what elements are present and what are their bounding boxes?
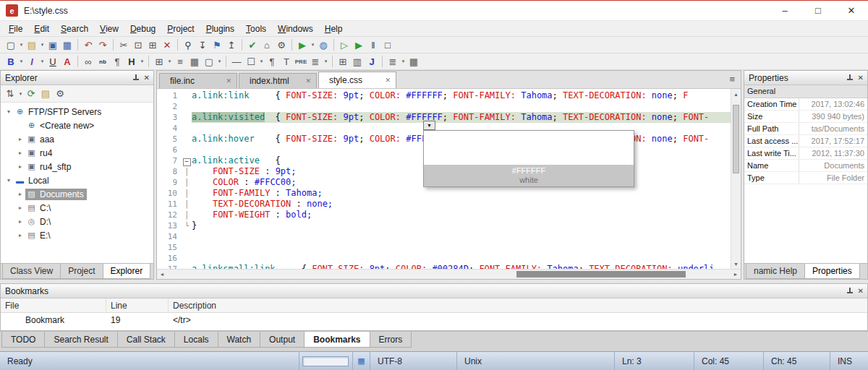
close-icon[interactable]: ✕	[858, 74, 864, 82]
menu-help[interactable]: Help	[319, 22, 349, 35]
editor-horizontal-scrollbar[interactable]: ◄ ►	[157, 269, 741, 279]
debug-start-icon[interactable]: ▷	[337, 38, 352, 52]
font-color-icon[interactable]: A	[60, 54, 75, 69]
tab-explorer[interactable]: Explorer	[103, 264, 151, 279]
italic-icon[interactable]: I	[25, 54, 39, 69]
tab-todo[interactable]: TODO	[1, 332, 45, 348]
vertical-scroll-thumb[interactable]	[733, 105, 739, 173]
tab-close-icon[interactable]: ✕	[385, 77, 391, 84]
code-line[interactable]: 12 FONT-WEIGHT : bold;	[157, 210, 731, 220]
status-encoding[interactable]: UTF-8	[370, 352, 457, 370]
grid-icon[interactable]: ⊞	[336, 54, 350, 69]
vertical-scroll-track[interactable]	[731, 99, 741, 259]
code-line[interactable]: 1a.link:link { FONT-SIZE: 9pt; COLOR: #F…	[157, 90, 731, 101]
find-icon[interactable]: ⚲	[181, 38, 195, 52]
expand-icon[interactable]: ▸	[15, 191, 25, 197]
editor-tab-index-html[interactable]: index.html✕	[239, 73, 317, 88]
tab-errors[interactable]: Errors	[370, 332, 412, 348]
table-borders-icon[interactable]: ▦	[187, 54, 202, 69]
redo-icon[interactable]: ↷	[95, 38, 110, 52]
bookmark-row[interactable]: Bookmark19</tr>	[1, 313, 867, 327]
color-dropdown-button[interactable]: ▼	[423, 121, 435, 130]
scroll-left-icon[interactable]: ◄	[157, 272, 167, 277]
frames-icon[interactable]: ▥	[350, 54, 365, 69]
refresh-icon[interactable]: ⟳	[24, 87, 38, 101]
tree-item-create-new[interactable]: ⊕<Create new>	[1, 119, 153, 132]
run-icon[interactable]: ▶	[295, 38, 310, 52]
tree-item-e[interactable]: ▸▤E:\	[1, 228, 153, 242]
tab-bookmarks[interactable]: Bookmarks	[304, 332, 370, 348]
table-row-icon[interactable]: ≡	[173, 54, 187, 69]
property-row[interactable]: Last write Ti...2012, 11:37:30	[744, 147, 867, 160]
tab-close-icon[interactable]: ✕	[226, 77, 231, 85]
editor-tab-file-inc[interactable]: file.inc✕	[159, 73, 237, 88]
property-row[interactable]: Full Pathtas/Documents	[744, 123, 867, 135]
browser-preview-icon[interactable]: ◍	[316, 38, 331, 52]
scroll-up-icon[interactable]: ▲	[731, 89, 741, 99]
bookmark-toggle-icon[interactable]: ⚑	[210, 38, 224, 52]
column-header-line[interactable]: Line	[106, 298, 169, 312]
cut-icon[interactable]: ✂	[116, 38, 131, 52]
horizontal-rule-icon[interactable]: —	[229, 54, 244, 69]
copy-icon[interactable]: ⊡	[131, 38, 145, 52]
close-button[interactable]: ✕	[835, 1, 868, 20]
property-row[interactable]: NameDocuments	[744, 160, 867, 172]
menu-tools[interactable]: Tools	[240, 22, 272, 35]
debug-run-icon[interactable]: ▶	[352, 38, 366, 52]
stop-icon[interactable]: □	[380, 38, 395, 52]
property-row[interactable]: TypeFile Folder	[744, 172, 867, 184]
code-line[interactable]: 16	[157, 253, 731, 264]
menu-view[interactable]: View	[94, 22, 124, 35]
tree-item-d[interactable]: ▸◎D:\	[1, 215, 153, 228]
tree-item-local[interactable]: ▾▬Local	[1, 173, 153, 187]
list-dropdown-icon[interactable]: ▾	[323, 54, 329, 69]
property-row[interactable]: Creation Time2017, 13:02:46	[744, 98, 867, 111]
editor-tab-style-css[interactable]: style.css✕	[318, 72, 396, 88]
find-next-icon[interactable]: ↧	[195, 38, 210, 52]
expand-icon[interactable]: ▸	[15, 218, 25, 225]
tab-properties[interactable]: Properties	[804, 264, 860, 279]
horizontal-scroll-thumb[interactable]	[516, 271, 686, 278]
bold-dropdown-icon[interactable]: ▾	[18, 54, 25, 69]
open-file-dropdown-icon[interactable]: ▾	[39, 38, 46, 52]
pin-icon[interactable]	[846, 74, 854, 82]
tree-item-documents[interactable]: ▸▨Documents	[1, 187, 153, 201]
italic-dropdown-icon[interactable]: ▾	[39, 54, 46, 69]
scroll-right-icon[interactable]: ►	[731, 272, 741, 277]
text-icon[interactable]: T	[279, 54, 294, 69]
layout-icon[interactable]: ≣	[386, 54, 400, 69]
code-line[interactable]: 3a.link:visited { FONT-SIZE: 9pt; COLOR:…	[157, 112, 731, 123]
tab-close-icon[interactable]: ✕	[305, 77, 311, 85]
expand-icon[interactable]: ▸	[15, 205, 25, 211]
folder-settings-icon[interactable]: ⚙	[53, 87, 67, 101]
status-insert-mode[interactable]: INS	[830, 352, 868, 370]
underline-icon[interactable]: U	[46, 54, 60, 69]
pilcrow-icon[interactable]: ¶	[110, 54, 124, 69]
code-line[interactable]: 17a.linksmall:link { FONT-SIZE: 8pt; COL…	[157, 264, 731, 269]
collapse-icon[interactable]: ▾	[4, 108, 14, 115]
code-line[interactable]: 2	[157, 101, 731, 112]
code-line[interactable]: 10 FONT-FAMILY : Tahoma;	[157, 188, 731, 199]
code-line[interactable]: 11 TEXT-DECORATION : none;	[157, 199, 731, 210]
run-dropdown-icon[interactable]: ▾	[310, 38, 316, 52]
open-file-icon[interactable]: ▤	[25, 38, 39, 52]
column-header-description[interactable]: Description	[169, 298, 867, 312]
tab-namic-help[interactable]: namic Help	[746, 264, 805, 279]
menu-edit[interactable]: Edit	[28, 22, 55, 35]
table-cell-icon[interactable]: ▢	[202, 54, 216, 69]
tab-output[interactable]: Output	[260, 332, 305, 348]
script-icon[interactable]: J	[365, 54, 379, 69]
heading-dropdown-icon[interactable]: ▾	[139, 54, 145, 69]
menu-plugins[interactable]: Plugins	[200, 22, 240, 35]
close-icon[interactable]: ✕	[144, 74, 150, 82]
collapse-icon[interactable]: ▾	[4, 177, 14, 184]
expand-icon[interactable]: ▸	[15, 150, 25, 156]
tree-item-ftp-sftp-servers[interactable]: ▾⊕FTP/SFTP Servers	[1, 105, 153, 119]
menu-windows[interactable]: Windows	[272, 22, 319, 35]
menu-search[interactable]: Search	[55, 22, 94, 35]
new-folder-icon[interactable]: ▤	[38, 87, 53, 101]
property-row[interactable]: Last access ...2017, 17:52:17	[744, 135, 867, 147]
code-line[interactable]: 15	[157, 242, 731, 253]
tab-locals[interactable]: Locals	[174, 332, 218, 348]
pin-icon[interactable]	[132, 74, 140, 82]
